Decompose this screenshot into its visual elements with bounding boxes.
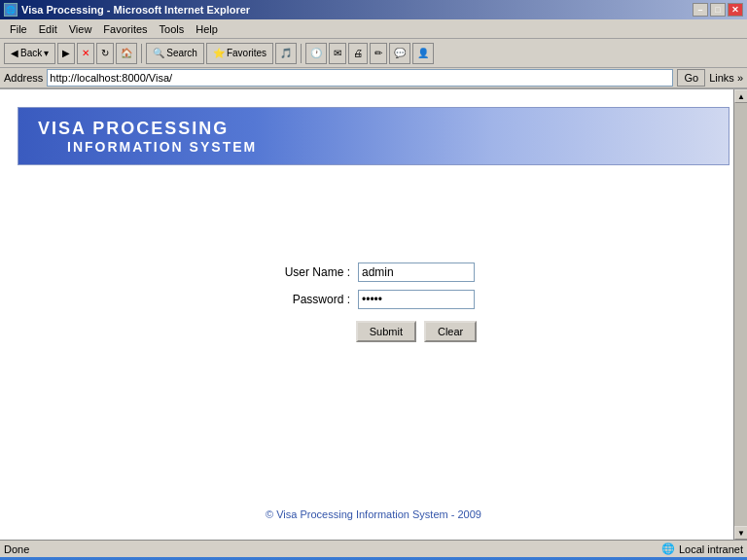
page-footer: © Visa Processing Information System - 2… bbox=[0, 508, 747, 520]
media-icon: 🎵 bbox=[280, 48, 292, 58]
zone-icon: 🌐 bbox=[661, 542, 675, 555]
maximize-button[interactable]: □ bbox=[710, 3, 726, 17]
discuss-button[interactable]: 💬 bbox=[389, 43, 410, 64]
window-title: Visa Processing - Microsoft Internet Exp… bbox=[21, 4, 250, 16]
close-button[interactable]: ✕ bbox=[728, 3, 743, 17]
form-buttons: Submit Clear bbox=[356, 321, 478, 342]
password-label: Password : bbox=[272, 293, 350, 306]
menu-bar: File Edit View Favorites Tools Help bbox=[0, 19, 747, 39]
menu-view[interactable]: View bbox=[63, 21, 98, 37]
menu-edit[interactable]: Edit bbox=[33, 21, 63, 37]
username-input[interactable] bbox=[358, 262, 475, 282]
edit-button[interactable]: ✏ bbox=[370, 43, 387, 64]
separator bbox=[141, 44, 142, 63]
star-icon: ⭐ bbox=[213, 48, 225, 58]
refresh-icon: ↻ bbox=[101, 48, 109, 58]
menu-help[interactable]: Help bbox=[190, 21, 224, 37]
print-button[interactable]: 🖨 bbox=[348, 43, 368, 64]
messenger-icon: 👤 bbox=[417, 48, 429, 58]
username-row: User Name : bbox=[272, 262, 475, 282]
toolbar: ◀ Back ▾ ▶ ✕ ↻ 🏠 🔍 Search ⭐ Favorites 🎵 … bbox=[0, 39, 747, 68]
scrollbar[interactable]: ▲ ▼ bbox=[733, 89, 747, 540]
header-decoration bbox=[651, 108, 729, 166]
menu-favorites[interactable]: Favorites bbox=[97, 21, 153, 37]
media-button[interactable]: 🎵 bbox=[275, 43, 297, 64]
home-icon: 🏠 bbox=[121, 48, 132, 58]
stop-icon: ✕ bbox=[82, 48, 89, 58]
refresh-button[interactable]: ↻ bbox=[96, 43, 114, 64]
back-icon: ◀ bbox=[11, 48, 18, 58]
page-header: Visa Processing Information System bbox=[18, 107, 729, 165]
address-bar: Address Go Links » bbox=[0, 68, 747, 89]
header-title: Visa Processing bbox=[38, 119, 257, 139]
mail-button[interactable]: ✉ bbox=[329, 43, 346, 64]
address-label: Address bbox=[4, 72, 43, 84]
zone-text: Local intranet bbox=[679, 543, 743, 555]
go-button[interactable]: Go bbox=[677, 69, 705, 87]
links-button[interactable]: Links » bbox=[709, 72, 743, 84]
forward-button[interactable]: ▶ bbox=[57, 43, 75, 64]
scroll-down-button[interactable]: ▼ bbox=[734, 526, 747, 540]
history-button[interactable]: 🕐 bbox=[305, 43, 327, 64]
username-label: User Name : bbox=[272, 265, 350, 279]
minimize-button[interactable]: – bbox=[693, 3, 708, 17]
history-icon: 🕐 bbox=[310, 48, 322, 58]
messenger-button[interactable]: 👤 bbox=[412, 43, 434, 64]
back-button[interactable]: ◀ Back ▾ bbox=[4, 43, 55, 64]
scroll-track[interactable] bbox=[734, 103, 747, 526]
forward-icon: ▶ bbox=[62, 48, 70, 58]
app-icon: 🌐 bbox=[4, 3, 18, 17]
submit-button[interactable]: Submit bbox=[356, 321, 416, 342]
status-bar: Done 🌐 Local intranet bbox=[0, 540, 747, 557]
address-input[interactable] bbox=[47, 69, 673, 87]
separator2 bbox=[301, 44, 302, 63]
status-text: Done bbox=[4, 543, 29, 555]
title-bar: 🌐 Visa Processing - Microsoft Internet E… bbox=[0, 0, 747, 19]
search-button[interactable]: 🔍 Search bbox=[146, 43, 204, 64]
discuss-icon: 💬 bbox=[394, 48, 406, 58]
print-icon: 🖨 bbox=[353, 48, 363, 58]
menu-tools[interactable]: Tools bbox=[154, 21, 191, 37]
password-row: Password : bbox=[272, 290, 475, 309]
content-area: Visa Processing Information System User … bbox=[0, 89, 747, 540]
home-button[interactable]: 🏠 bbox=[116, 43, 137, 64]
edit-icon: ✏ bbox=[374, 48, 382, 58]
stop-button[interactable]: ✕ bbox=[77, 43, 94, 64]
scroll-up-button[interactable]: ▲ bbox=[734, 89, 747, 103]
menu-file[interactable]: File bbox=[4, 21, 33, 37]
mail-icon: ✉ bbox=[334, 48, 341, 58]
password-input[interactable] bbox=[358, 290, 475, 309]
search-icon: 🔍 bbox=[153, 48, 164, 58]
clear-button[interactable]: Clear bbox=[424, 321, 477, 342]
login-area: User Name : Password : Submit Clear bbox=[0, 262, 747, 342]
header-subtitle: Information System bbox=[67, 139, 257, 155]
favorites-button[interactable]: ⭐ Favorites bbox=[206, 43, 273, 64]
